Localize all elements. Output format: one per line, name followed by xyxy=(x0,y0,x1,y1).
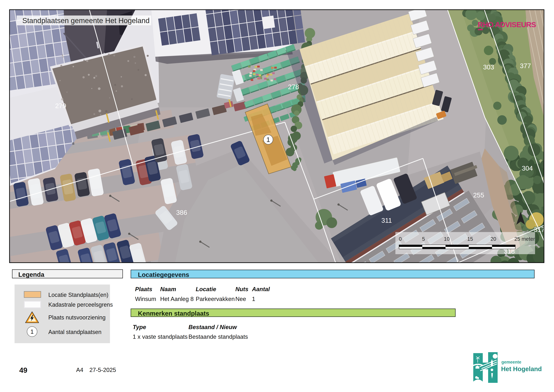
svg-text:Het Hogeland: Het Hogeland xyxy=(501,365,542,372)
svg-text:gemeente: gemeente xyxy=(501,360,521,364)
